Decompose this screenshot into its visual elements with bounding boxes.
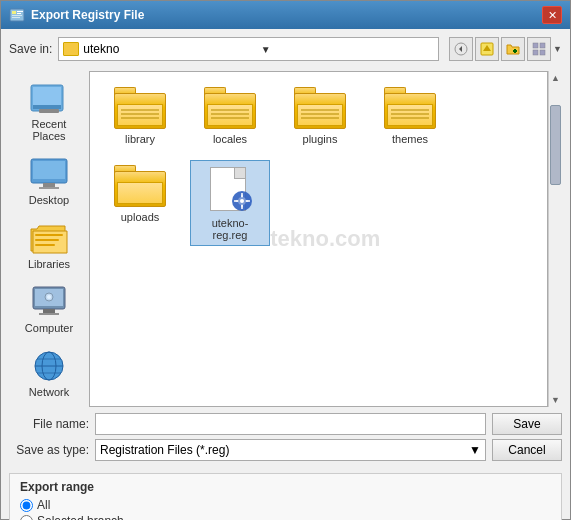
folder-icon-plugins (294, 87, 346, 129)
dialog-body: Save in: utekno ▼ (1, 29, 570, 520)
savetype-dropdown[interactable]: Registration Files (*.reg) ▼ (95, 439, 486, 461)
folder-label-locales: locales (213, 133, 247, 145)
file-grid: library locales (90, 72, 547, 256)
folder-label-library: library (125, 133, 155, 145)
folder-item-uploads[interactable]: uploads (100, 160, 180, 246)
cancel-button[interactable]: Cancel (492, 439, 562, 461)
folder-icon-uploads (114, 165, 166, 207)
file-item-reg[interactable]: utekno-reg.reg (190, 160, 270, 246)
svg-rect-26 (35, 244, 55, 246)
scroll-down-button[interactable]: ▼ (549, 393, 562, 407)
radio-branch-row: Selected branch (20, 514, 551, 520)
svg-rect-22 (43, 183, 55, 187)
svg-rect-12 (533, 43, 538, 48)
sidebar: Recent Places Desktop (9, 71, 89, 407)
svg-rect-1 (12, 11, 16, 14)
file-label-reg: utekno-reg.reg (195, 217, 265, 241)
radio-branch-label: Selected branch (37, 514, 124, 520)
svg-rect-4 (12, 15, 22, 16)
svg-rect-25 (35, 239, 59, 241)
save-in-dropdown[interactable]: utekno ▼ (58, 37, 439, 61)
savetype-arrow: ▼ (469, 443, 481, 457)
current-folder-name: utekno (83, 42, 256, 56)
recent-places-icon (27, 80, 71, 116)
svg-rect-24 (35, 234, 63, 236)
savetype-row: Save as type: Registration Files (*.reg)… (9, 439, 562, 461)
filename-label: File name: (9, 417, 89, 431)
save-in-label: Save in: (9, 42, 52, 56)
svg-rect-15 (540, 50, 545, 55)
bottom-fields: File name: Save Save as type: Registrati… (9, 413, 562, 465)
network-icon (27, 348, 71, 384)
svg-rect-18 (33, 105, 61, 109)
sidebar-item-label: Computer (25, 322, 73, 334)
sidebar-item-label: Desktop (29, 194, 69, 206)
folder-item-plugins[interactable]: plugins (280, 82, 360, 150)
title-bar-left: Export Registry File (9, 7, 144, 23)
svg-rect-14 (533, 50, 538, 55)
svg-rect-23 (39, 187, 59, 189)
nav-back-button[interactable] (449, 37, 473, 61)
folder-label-plugins: plugins (303, 133, 338, 145)
new-folder-button[interactable] (501, 37, 525, 61)
filename-row: File name: Save (9, 413, 562, 435)
libraries-icon (27, 220, 71, 256)
svg-rect-17 (33, 87, 61, 105)
sidebar-item-desktop[interactable]: Desktop (13, 151, 85, 211)
savetype-label: Save as type: (9, 443, 89, 457)
scrollbar[interactable]: ▲ ▼ (548, 71, 562, 407)
reg-overlay-icon (230, 189, 254, 213)
svg-rect-29 (43, 309, 55, 313)
save-button[interactable]: Save (492, 413, 562, 435)
folder-item-themes[interactable]: themes (370, 82, 450, 150)
svg-rect-21 (33, 161, 65, 179)
sidebar-item-computer[interactable]: Computer (13, 279, 85, 339)
export-range-title: Export range (20, 480, 551, 494)
folder-icon-locales (204, 87, 256, 129)
sidebar-item-label: Recent Places (18, 118, 80, 142)
export-range-section: Export range All Selected branch HKEY_LO… (9, 473, 562, 520)
title-bar: Export Registry File ✕ (1, 1, 570, 29)
sidebar-item-recent[interactable]: Recent Places (13, 75, 85, 147)
nav-up-button[interactable] (475, 37, 499, 61)
filename-input[interactable] (95, 413, 486, 435)
scrollbar-thumb[interactable] (550, 105, 561, 185)
desktop-icon (27, 156, 71, 192)
svg-point-32 (47, 295, 51, 299)
sidebar-item-label: Network (29, 386, 69, 398)
dialog-window: Export Registry File ✕ Save in: utekno ▼ (0, 0, 571, 520)
main-area: Recent Places Desktop (9, 71, 562, 407)
view-dropdown-arrow: ▼ (553, 44, 562, 54)
back-arrow-icon (454, 42, 468, 56)
sidebar-item-libraries[interactable]: Libraries (13, 215, 85, 275)
folder-item-library[interactable]: library (100, 82, 180, 150)
dialog-title: Export Registry File (31, 8, 144, 22)
folder-label-uploads: uploads (121, 211, 160, 223)
radio-all-label: All (37, 498, 50, 512)
computer-icon (27, 284, 71, 320)
svg-rect-13 (540, 43, 545, 48)
folder-item-locales[interactable]: locales (190, 82, 270, 150)
file-area-container: utekno.com library (89, 71, 562, 407)
folder-icon-small (63, 42, 79, 56)
view-toggle-button[interactable] (527, 37, 551, 61)
registry-icon (9, 7, 25, 23)
up-arrow-icon (480, 42, 494, 56)
radio-all[interactable] (20, 499, 33, 512)
folder-icon-themes (384, 87, 436, 129)
folder-label-themes: themes (392, 133, 428, 145)
file-area: utekno.com library (89, 71, 548, 407)
toolbar-buttons: ▼ (449, 37, 562, 61)
svg-rect-3 (17, 13, 21, 14)
sidebar-item-label: Libraries (28, 258, 70, 270)
radio-selected-branch[interactable] (20, 515, 33, 521)
svg-rect-19 (39, 109, 59, 113)
close-button[interactable]: ✕ (542, 6, 562, 24)
svg-point-44 (240, 199, 244, 203)
scroll-up-button[interactable]: ▲ (549, 71, 562, 85)
reg-file-icon (206, 165, 254, 213)
sidebar-item-network[interactable]: Network (13, 343, 85, 403)
folder-icon-library (114, 87, 166, 129)
savetype-value: Registration Files (*.reg) (100, 443, 229, 457)
svg-rect-5 (12, 17, 20, 18)
